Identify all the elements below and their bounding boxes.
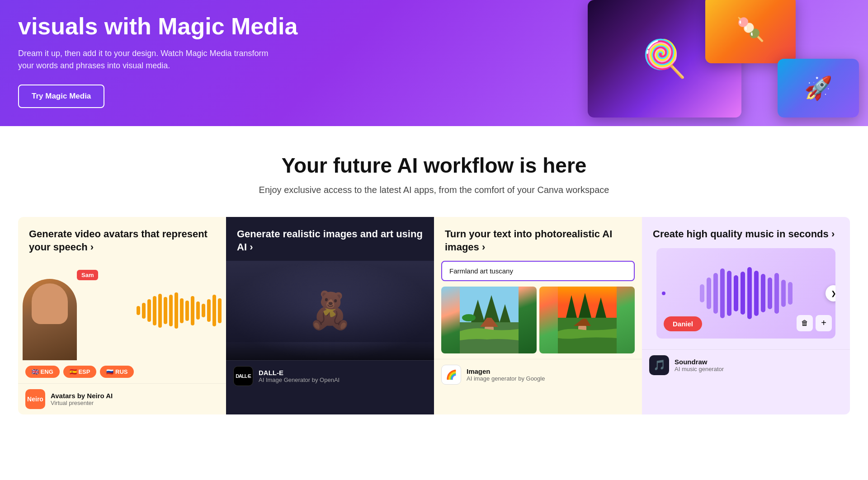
hero-text-area: visuals with Magic Media Dream it up, th…	[18, 14, 297, 108]
soundraw-title-arrow: ›	[831, 228, 835, 240]
soundraw-waveform-visual: Daniel 🗑 + ❯	[656, 248, 835, 339]
imagen-google-logo: 🌈	[441, 365, 461, 385]
neiro-title-arrow: ›	[90, 241, 94, 253]
music-waveform	[700, 266, 793, 320]
try-magic-media-button[interactable]: Try Magic Media	[18, 85, 104, 108]
dalle-card-footer: DALL·E DALL-E AI Image Generator by Open…	[226, 360, 434, 391]
avatar-container: Sam	[18, 261, 226, 360]
lang-tag-esp[interactable]: 🇪🇸 ESP	[63, 366, 97, 378]
section-subtitle: Enjoy exclusive access to the latest AI …	[18, 185, 850, 195]
waveform-dot	[662, 292, 665, 295]
add-track-button[interactable]: +	[816, 315, 832, 331]
soundraw-card-footer: 🎵 Soundraw AI music generator	[642, 349, 850, 381]
soundraw-app-desc: AI music generator	[675, 366, 843, 372]
lang-tag-rus[interactable]: 🇷🇺 RUS	[100, 366, 134, 378]
main-content: Your future AI workflow is here Enjoy ex…	[0, 126, 868, 433]
dalle-title-arrow: ›	[250, 241, 253, 253]
dalle-teddy-scene: 🧸	[226, 261, 434, 360]
daniel-person-tag: Daniel	[664, 316, 702, 331]
preview-tuscany-1	[441, 287, 537, 353]
lang-tag-eng[interactable]: 🇬🇧 ENG	[25, 366, 60, 378]
imagen-app-name: Imagen	[467, 367, 635, 375]
imagen-app-info: Imagen AI image generator by Google	[467, 367, 635, 382]
dalle-card-header: Generate realistic images and art using …	[226, 217, 434, 261]
hero-images-area: 🍭 🍡 🚀	[552, 0, 868, 126]
card-soundraw: Create high quality music in seconds ›	[642, 217, 850, 414]
hero-image-food: 🍡	[705, 0, 796, 63]
ai-apps-grid: Generate video avatars that represent yo…	[18, 217, 850, 414]
soundraw-app-info: Soundraw AI music generator	[675, 358, 843, 372]
dalle-app-name: DALL-E	[259, 369, 427, 376]
neiro-card-header: Generate video avatars that represent yo…	[18, 217, 226, 261]
card-dalle: Generate realistic images and art using …	[226, 217, 434, 414]
language-tags: 🇬🇧 ENG 🇪🇸 ESP 🇷🇺 RUS	[18, 360, 226, 383]
soundraw-app-name: Soundraw	[675, 358, 843, 366]
dalle-app-desc: AI Image Generator by OpenAI	[259, 376, 427, 383]
delete-track-button[interactable]: 🗑	[797, 315, 813, 331]
soundraw-visual-wrapper: Daniel 🗑 + ❯	[642, 248, 850, 344]
neiro-card-footer: Neiro Avatars by Neiro AI Virtual presen…	[18, 383, 226, 414]
soundraw-card-header: Create high quality music in seconds ›	[642, 217, 850, 248]
hero-subtitle: Dream it up, then add it to your design.…	[18, 47, 271, 72]
imagen-card-title[interactable]: Turn your text into photorealistic AI im…	[445, 228, 631, 254]
imagen-card-footer: 🌈 Imagen AI image generator by Google	[434, 359, 642, 390]
imagen-input-area	[434, 261, 642, 287]
svg-point-7	[462, 314, 476, 321]
avatar-name-tag: Sam	[77, 270, 98, 280]
imagen-text-input[interactable]	[441, 261, 635, 281]
neiro-visual: Sam	[18, 261, 226, 360]
imagen-preview-grid	[434, 287, 642, 359]
avatar-figure	[23, 279, 77, 360]
imagen-card-header: Turn your text into photorealistic AI im…	[434, 217, 642, 261]
section-title: Your future AI workflow is here	[18, 153, 850, 178]
play-next-button[interactable]: ❯	[826, 285, 835, 301]
neiro-card-title[interactable]: Generate video avatars that represent yo…	[29, 228, 215, 254]
hero-image-space: 🚀	[778, 59, 859, 118]
card-imagen: Turn your text into photorealistic AI im…	[434, 217, 642, 414]
hero-title: visuals with Magic Media	[18, 14, 297, 39]
dalle-card-title[interactable]: Generate realistic images and art using …	[237, 228, 423, 254]
soundraw-card-title[interactable]: Create high quality music in seconds ›	[653, 228, 839, 241]
audio-waveform	[137, 292, 222, 329]
blurred-background	[226, 261, 434, 342]
dalle-app-logo: DALL·E	[233, 366, 253, 386]
soundraw-app-logo: 🎵	[649, 355, 669, 375]
neiro-app-name: Avatars by Neiro AI	[51, 392, 219, 400]
neiro-app-desc: Virtual presenter	[51, 400, 219, 406]
hero-banner: visuals with Magic Media Dream it up, th…	[0, 0, 868, 126]
street-overlay	[226, 342, 434, 360]
preview-tuscany-2	[539, 287, 635, 353]
imagen-app-desc: AI image generator by Google	[467, 375, 635, 382]
avatar-face	[32, 283, 68, 324]
dalle-app-info: DALL-E AI Image Generator by OpenAI	[259, 369, 427, 383]
neiro-app-info: Avatars by Neiro AI Virtual presenter	[51, 392, 219, 406]
neiro-app-logo: Neiro	[25, 389, 45, 409]
imagen-title-arrow: ›	[482, 241, 485, 253]
card-neiro: Generate video avatars that represent yo…	[18, 217, 226, 414]
